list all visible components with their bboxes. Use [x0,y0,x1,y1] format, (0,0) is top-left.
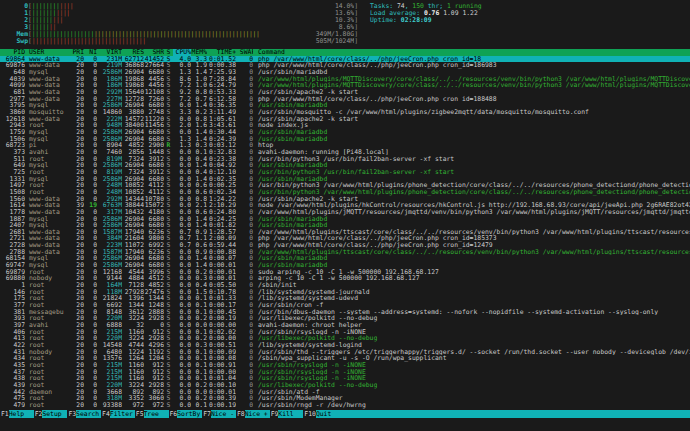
process-row-69879[interactable]: 69879root2001216845443996S0.00.20:00.010… [0,269,690,276]
fkey-nice-[interactable]: F7Nice - [202,410,236,418]
process-row-69880[interactable]: 69880nobody200914448844512S0.00.30:00.01… [0,275,690,282]
cell-res: 7324 [122,156,144,163]
process-row-649[interactable]: 649mysql2002586M269046680S0.01.40:04.920… [0,162,690,169]
process-row-1887[interactable]: 1887mysql2002586M269046680S0.01.40:24.25… [0,216,690,223]
process-row-439[interactable]: 439root200220M32242928S0.00.20:00.100/us… [0,382,690,389]
process-row-435[interactable]: 435root200215M1160912S0.00.10:00.910/usr… [0,362,690,369]
process-row-437[interactable]: 437root200215M1160912S0.00.10:00.000/usr… [0,369,690,376]
cell-user: root [25,355,70,362]
fkey-setup[interactable]: F2Setup [34,410,68,418]
process-row-69747[interactable]: 69747mysql2002586M269046680S0.01.40:00.0… [0,262,690,269]
process-row-1[interactable]: 1root200164M71284852S0.00.40:05.500/sbin… [0,282,690,289]
cell-swap: 0 [236,116,253,123]
column-header-s[interactable]: S [164,49,173,56]
process-row-373[interactable]: 373avahi200746028561448S0.00.10:32.830av… [0,149,690,156]
fkey-help[interactable]: F1Help [0,410,34,418]
column-header-pid[interactable]: PID [0,49,25,56]
cell-shr: 3912 [144,169,164,176]
column-header-res[interactable]: RES [122,49,144,56]
fkey-search[interactable]: F3Search [67,410,101,418]
cpu-memory-meters: 0[||||||||||||14.0%]1[|||||||||||13.6%]2… [6,3,358,46]
cell-user: root [25,329,70,336]
process-row-434[interactable]: 434root2001357612641204S0.00.10:00.080/s… [0,355,690,362]
process-row-413[interactable]: 413root200220M32242928S0.00.20:00.000/us… [0,335,690,342]
process-row-1506[interactable]: 1506mysql2002586M269046680S1.31.40:24.39… [0,136,690,143]
process-row-68723[interactable]: 68723pi200890448522900R1.30.30:03.120hto… [0,142,690,149]
cell-virt: 292M [97,196,122,203]
process-row-12618[interactable]: 12618www-data200222M1457211220S0.00.81:0… [0,116,690,123]
cell-mem: 1.4 [191,136,207,143]
cell-user: www-data [25,242,70,249]
cell-mem: 0.1 [191,375,207,382]
process-row-3860[interactable]: 3860mosquitto2001486038802748S3.30.23:11… [0,109,690,116]
process-row-442[interactable]: 442daemon2003668892892S0.00.00:00.010/us… [0,389,690,396]
cell-virt: 819M [97,156,122,163]
process-row-69876[interactable]: 69876www-data200219M3686827664S0.01.90:0… [0,62,690,69]
process-row-475[interactable]: 475root200318M33523060S0.00.20:00.390/us… [0,395,690,402]
process-row-69864[interactable]: 69864www-data200231M6271241452S4.03.30:0… [0,56,690,63]
fkey-filter[interactable]: F4Filter [101,410,135,418]
process-row-431[interactable]: 431nobody200648012241192S0.00.10:00.090/… [0,349,690,356]
process-row-68154[interactable]: 68154mysql2002586M269046680S0.01.40:00.0… [0,255,690,262]
process-row-1560[interactable]: 1560www-data200292M1434410780S0.00.81:24… [0,196,690,203]
cell-pid: 439 [0,382,25,389]
cell-pid: 435 [0,362,25,369]
column-header-virt[interactable]: VIRT [97,49,122,56]
cell-cpu: 0.0 [173,275,191,282]
process-row-381[interactable]: 381messagebu200814836122888S0.00.10:00.4… [0,309,690,316]
column-header-shr[interactable]: SHR [144,49,164,56]
column-header-user[interactable]: USER [25,49,70,56]
process-row-2977[interactable]: 2977www-data200227M127287260S7.20.76:12.… [0,96,690,103]
process-row-2681[interactable]: 2681www-data2001587M179406236S0.70.91:28… [0,229,690,236]
cell-virt: 14860 [97,109,122,116]
column-header-ni[interactable]: NI [84,49,97,56]
column-header-cmd[interactable]: Command [253,49,690,56]
fkey-kill[interactable]: F9Kill [270,410,304,418]
process-row-422[interactable]: 422root2001454847444296S0.00.30:00.510/l… [0,342,690,349]
process-row-2721[interactable]: 2721www-data200384M216049800S0.71.12:00.… [0,235,690,242]
process-row-479[interactable]: 479root20093388972972S0.00.10:00.190/usr… [0,402,690,409]
process-row-2788[interactable]: 2788www-data2001587M179406236S0.00.90:00… [0,249,690,256]
fkey-nice-[interactable]: F8Nice + [236,410,270,418]
process-row-438[interactable]: 438root200215M1160912S0.00.10:01.040/usr… [0,375,690,382]
process-row-648[interactable]: 648mysql2002586M269046680S1.31.47:25.930… [0,69,690,76]
cell-pri: 20 [70,196,84,203]
cell-ni: 0 [84,329,97,336]
process-row-2728[interactable]: 2728www-data200223M110726992S0.70.60:59.… [0,242,690,249]
process-row-397[interactable]: 397avahi2006888320S0.00.00:00.000avahi-d… [0,322,690,329]
fkey-quit[interactable]: F10Quit [303,410,341,418]
process-row-4039[interactable]: 4039www-data200186M198684456S8.61.07:28.… [0,76,690,83]
process-row-175[interactable]: 175root2002182413961344S0.00.10:01.330/l… [0,295,690,302]
process-row-146[interactable]: 146root200118M2792827476S0.01.50:10.780/… [0,289,690,296]
process-row-1508[interactable]: 1508root200248M108524112S0.00.60:02.340/… [0,189,690,196]
column-header-swap[interactable]: SWAP [236,49,253,56]
process-row-377[interactable]: 377root200669213441248S0.00.10:00.170/us… [0,302,690,309]
process-row-3795[interactable]: 3795mysql2002586M269046680S0.01.40:36.35… [0,102,690,109]
cell-s: S [164,242,173,249]
process-row-681[interactable]: 681www-data200292M1564012108S9.20.80:53.… [0,89,690,96]
process-row-1497[interactable]: 1497root200248M108524112S0.00.60:00.250/… [0,182,690,189]
fkey-tree[interactable]: F5Tree [135,410,169,418]
cell-pid: 413 [0,335,25,342]
cell-pid: 69747 [0,262,25,269]
column-header-time[interactable]: TIME+ [207,49,236,56]
process-row-2407[interactable]: 2407mysql2002586M269046680S0.01.40:01.82… [0,222,690,229]
fkey-sortby[interactable]: F6SortBy [169,410,203,418]
process-row-2943[interactable]: 2943root200948M3840011456S2.01.63:43.610… [0,122,690,129]
process-row-1759[interactable]: 1759mysql2002586M269046680S0.01.40:30.44… [0,129,690,136]
process-row-511[interactable]: 511root200819M73243912S0.00.40:23.380/us… [0,156,690,163]
process-row-725[interactable]: 725root200819M73243912S0.00.40:12.100/us… [0,169,690,176]
process-row-393[interactable]: 393root200220M32242928S0.00.20:00.190/us… [0,315,690,322]
cell-user: www-data [25,82,70,89]
column-header-cpu[interactable]: CPU% [173,49,191,56]
cell-pri: 20 [70,216,84,223]
cell-virt: 220M [97,382,122,389]
cell-time: 0:00.45 [207,309,236,316]
process-row-1331[interactable]: 1331mysql2002586M269046680S0.01.40:02.35… [0,176,690,183]
column-header-mem[interactable]: MEM% [191,49,207,56]
column-header-pri[interactable]: PRI [70,49,84,56]
process-row-1614[interactable]: 1614www-data39196763M3884415072S0.02.12:… [0,202,690,209]
process-row-1778[interactable]: 1778www-data200317M104324180S0.00.60:24.… [0,209,690,216]
process-row-406[interactable]: 406root200215M1160912S0.00.10:02.020/usr… [0,329,690,336]
process-row-4099[interactable]: 4099www-data200186M198684456S7.21.06:24.… [0,82,690,89]
